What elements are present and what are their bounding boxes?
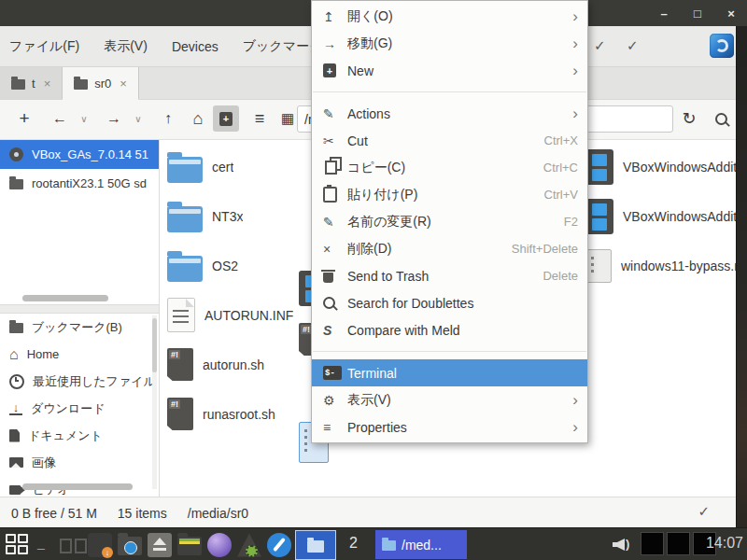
forward-button[interactable]: → xyxy=(105,104,123,133)
new-tab-button[interactable]: + xyxy=(15,104,34,133)
menu-item-label: 削除(D) xyxy=(347,241,500,258)
file-item[interactable]: VBoxWindowsAdditi xyxy=(585,142,736,191)
update-manager-icon[interactable] xyxy=(710,34,734,58)
workspace-number[interactable]: 2 xyxy=(349,535,358,552)
menu-item-label: 表示(V) xyxy=(347,392,563,409)
new-window-button[interactable]: + xyxy=(213,105,239,132)
reload-button[interactable]: ↻ xyxy=(680,104,698,133)
list-view-button[interactable]: ≡ xyxy=(250,104,269,133)
tab-close-icon[interactable]: × xyxy=(44,77,51,91)
menu-item-new[interactable]: +New› xyxy=(312,57,587,84)
pane-splitter[interactable] xyxy=(0,304,159,314)
bookmark-item[interactable]: ドキュメント xyxy=(0,422,159,449)
menu-item-copy[interactable]: コピー(C)Ctrl+C xyxy=(312,154,587,181)
bookmark-item[interactable]: 最近使用したファイル xyxy=(0,368,159,395)
file-label: cert xyxy=(212,160,233,175)
compact-view-button[interactable]: ▦ xyxy=(278,104,297,133)
iconify-all-button[interactable]: _ xyxy=(37,536,45,551)
clock[interactable]: 14:07 xyxy=(706,535,743,552)
file-manager-icon[interactable] xyxy=(118,537,142,555)
menu-item-cut[interactable]: ✂CutCtrl+X xyxy=(312,127,587,154)
menu-item-label: New xyxy=(347,63,563,78)
tab-sr0[interactable]: sr0× xyxy=(63,67,139,100)
bookmark-item[interactable]: ⌂Home xyxy=(0,341,159,368)
minimize-button[interactable]: – xyxy=(657,7,670,21)
back-button[interactable]: ← xyxy=(50,104,69,133)
search-button[interactable] xyxy=(712,104,730,133)
check-icon: ✓ xyxy=(627,37,639,54)
device-item[interactable]: VBox_GAs_7.0.14 51 xyxy=(0,140,159,169)
file-item[interactable]: cert xyxy=(167,142,317,191)
meld-icon: S xyxy=(323,323,331,338)
menu-item-terminal[interactable]: $-Terminal xyxy=(312,359,587,386)
menu-item-label: Search for Doublettes xyxy=(347,296,578,311)
file-item[interactable]: windows11-bypass.re xyxy=(585,241,736,290)
file-icon xyxy=(167,398,193,430)
tray-window-icon[interactable] xyxy=(641,532,664,555)
file-item[interactable]: OS2 xyxy=(167,241,317,290)
file-label: VBoxWindowsAdditi xyxy=(623,209,736,224)
back-history-button[interactable]: ∨ xyxy=(75,104,93,133)
volume-icon[interactable] xyxy=(613,537,633,553)
context-menu: ↥開く(O)›→移動(G)›+New›✎Actions›✂CutCtrl+Xコピ… xyxy=(311,0,588,443)
menu-item-actions[interactable]: ✎Actions› xyxy=(312,100,587,127)
close-button[interactable]: × xyxy=(725,7,738,21)
submenu-arrow-icon: › xyxy=(572,394,578,407)
pencil-icon: ✎ xyxy=(323,106,334,121)
menu-item-move[interactable]: →移動(G)› xyxy=(312,30,587,57)
settings-wrench-icon[interactable] xyxy=(267,533,291,557)
file-item[interactable]: AUTORUN.INF xyxy=(167,290,317,340)
package-installer-icon[interactable] xyxy=(88,533,112,557)
menu-item-rename[interactable]: ✎名前の変更(R)F2 xyxy=(312,208,587,235)
archive-folder-icon[interactable] xyxy=(177,537,202,555)
file-item[interactable]: NT3x xyxy=(167,191,317,241)
devices-pane: VBox_GAs_7.0.14 51rootantiX23.1 50G sd xyxy=(0,140,159,198)
free-space-label: 0 B free / 51 M xyxy=(11,506,97,521)
forward-history-button[interactable]: ∨ xyxy=(129,104,148,133)
menubar-item-file[interactable]: ファイル(F) xyxy=(9,38,79,55)
maximize-button[interactable]: □ xyxy=(691,7,704,21)
items-count-label: 15 items xyxy=(118,506,167,521)
copy-icon xyxy=(325,161,337,175)
menu-item-compare-meld[interactable]: SCompare with Meld xyxy=(312,316,587,343)
status-check-icon: ✓ xyxy=(698,503,710,520)
horizontal-scrollbar[interactable] xyxy=(22,295,108,301)
file-icon xyxy=(167,298,195,332)
menubar-item-devices[interactable]: Devices xyxy=(172,39,218,54)
bookmark-item[interactable]: 画像 xyxy=(0,449,159,476)
up-button[interactable]: ↑ xyxy=(159,104,177,133)
device-item[interactable]: rootantiX23.1 50G sd xyxy=(0,169,159,198)
menu-item-delete[interactable]: ×削除(D)Shift+Delete xyxy=(312,235,587,262)
bookmark-label: ドキュメント xyxy=(28,427,103,444)
menu-item-search-doublettes[interactable]: Search for Doublettes xyxy=(312,289,587,316)
app-menu-button[interactable] xyxy=(6,534,28,554)
menu-item-send-to-trash[interactable]: Send to TrashDelete xyxy=(312,262,587,289)
file-icon xyxy=(167,348,193,381)
bookmark-item[interactable]: ↓ダウンロード xyxy=(0,395,159,422)
tray-window-icon[interactable] xyxy=(667,532,690,555)
file-item[interactable]: runasroot.sh xyxy=(167,389,317,439)
vertical-scrollbar[interactable] xyxy=(152,315,157,489)
window-taskbar-button[interactable]: /med... xyxy=(375,530,467,559)
tab-close-icon[interactable]: × xyxy=(120,77,127,91)
menu-item-label: 名前の変更(R) xyxy=(347,214,553,231)
workspace-pager[interactable] xyxy=(60,539,87,553)
bookmark-item[interactable]: ブックマーク(B) xyxy=(0,314,159,341)
home-button[interactable]: ⌂ xyxy=(189,104,207,133)
eject-tool-icon[interactable] xyxy=(148,533,172,557)
menu-item-open[interactable]: ↥開く(O)› xyxy=(312,3,587,30)
video-icon xyxy=(9,485,21,495)
web-browser-icon[interactable] xyxy=(207,533,232,557)
horizontal-scrollbar[interactable] xyxy=(22,483,133,490)
active-app-icon[interactable] xyxy=(295,530,336,560)
file-item[interactable]: VBoxWindowsAdditi xyxy=(585,191,736,241)
bookmark-label: 画像 xyxy=(32,455,56,471)
menu-item-view[interactable]: ⚙表示(V)› xyxy=(312,386,587,413)
menubar-item-view[interactable]: 表示(V) xyxy=(104,38,148,55)
menu-item-paste[interactable]: 貼り付け(P)Ctrl+V xyxy=(312,181,587,208)
tab-t[interactable]: t× xyxy=(0,67,63,99)
submenu-arrow-icon: › xyxy=(572,37,578,50)
cone-tool-icon[interactable] xyxy=(237,533,261,557)
menu-item-properties[interactable]: ≡Properties› xyxy=(312,413,587,441)
file-item[interactable]: autorun.sh xyxy=(167,340,317,389)
